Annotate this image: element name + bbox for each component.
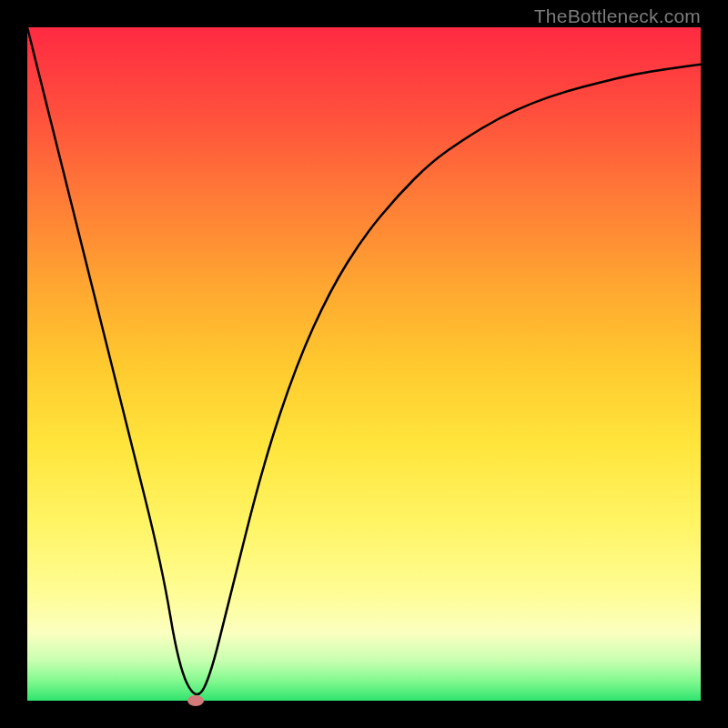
optimal-point-marker — [187, 695, 204, 706]
watermark-text: TheBottleneck.com — [534, 5, 701, 27]
chart-container: TheBottleneck.com — [0, 0, 728, 728]
bottleneck-curve — [27, 27, 701, 701]
